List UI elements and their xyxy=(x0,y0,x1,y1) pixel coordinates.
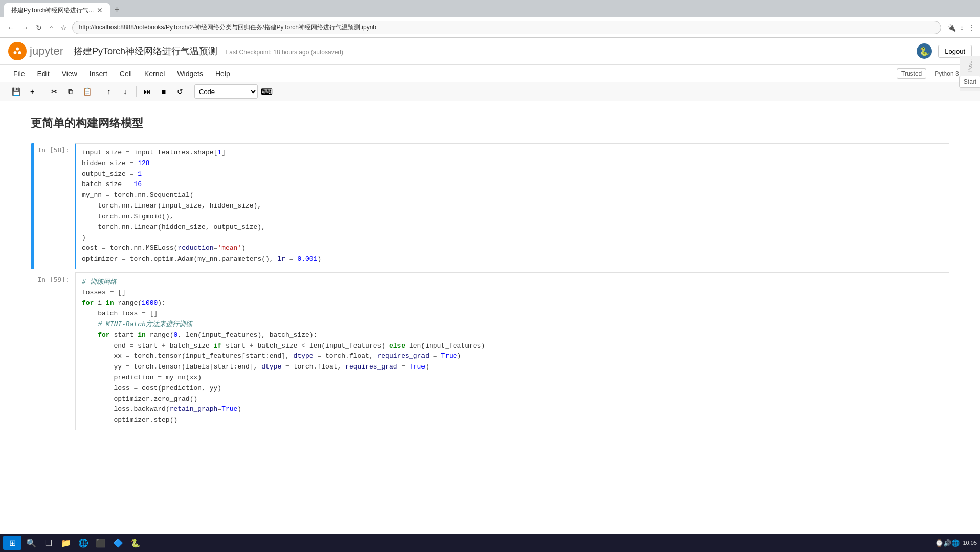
taskbar-file-explorer[interactable]: 📁 xyxy=(58,536,74,550)
keyboard-shortcuts-button[interactable]: ⌨ xyxy=(259,84,274,99)
paste-icon: 📋 xyxy=(83,87,92,96)
logout-button[interactable]: Logout xyxy=(938,45,972,58)
back-button[interactable]: ← xyxy=(5,21,16,34)
cell-2-number: In [59]: xyxy=(34,272,75,430)
nav-right: 🔌 ↕ ⋮ xyxy=(947,24,975,32)
restart-icon: ↺ xyxy=(177,87,183,96)
taskbar: ⊞ 🔍 ❑ 📁 🌐 ⬛ 🔷 🐍 ⌚🔊🌐 10:05 xyxy=(0,534,980,552)
jupyter-notebook: jupyter 搭建PyTorch神经网络进行气温预测 Last Checkpo… xyxy=(0,38,980,534)
menu-insert[interactable]: Insert xyxy=(84,67,113,80)
toolbar: 💾 + ✂ ⧉ 📋 ↑ ↓ ⏭ ■ ↺ xyxy=(0,82,980,101)
side-panel-label: Pos... xyxy=(967,59,973,73)
taskbar-vscode[interactable]: 🔷 xyxy=(110,536,126,550)
toolbar-separator-3 xyxy=(136,86,137,97)
notebook-content: 更简单的构建网络模型 In [58]: input_size = input_f… xyxy=(0,101,980,444)
section-heading: 更简单的构建网络模型 xyxy=(31,111,949,135)
add-icon: + xyxy=(30,87,34,96)
windows-icon: ⊞ xyxy=(9,538,16,548)
save-icon: 💾 xyxy=(12,87,20,96)
cut-icon: ✂ xyxy=(51,87,57,96)
home-button[interactable]: ⌂ xyxy=(47,21,55,34)
copy-icon: ⧉ xyxy=(68,87,73,96)
side-panel: Pos... Start xyxy=(960,56,980,91)
save-button[interactable]: 💾 xyxy=(8,84,24,99)
cell-2-wrapper: In [59]: # 训练网络 losses = [] for i in ran… xyxy=(31,272,949,430)
cell-2-code: # 训练网络 losses = [] for i in range(1000):… xyxy=(82,277,943,426)
notebook-checkpoint: Last Checkpoint: 18 hours ago (autosaved… xyxy=(226,49,343,56)
refresh-button[interactable]: ↻ xyxy=(34,21,44,34)
paste-button[interactable]: 📋 xyxy=(79,84,95,99)
tab-bar: 搭建PyTorch神经网络进行气... ✕ + xyxy=(0,0,980,17)
svg-point-2 xyxy=(14,51,17,54)
run-next-button[interactable]: ⏭ xyxy=(140,84,155,99)
toolbar-separator-2 xyxy=(98,86,98,97)
cell-1-number: In [58]: xyxy=(34,143,75,269)
system-tray-icons: ⌚🔊🌐 xyxy=(935,539,960,547)
forward-button[interactable]: → xyxy=(19,21,31,34)
menu-bar: File Edit View Insert Cell Kernel Widget… xyxy=(0,65,980,82)
menu-view[interactable]: View xyxy=(57,67,82,80)
copy-button[interactable]: ⧉ xyxy=(63,84,78,99)
taskbar-terminal[interactable]: ⬛ xyxy=(93,536,108,550)
menu-kernel[interactable]: Kernel xyxy=(139,67,170,80)
taskbar-browser[interactable]: 🌐 xyxy=(76,536,91,550)
cut-button[interactable]: ✂ xyxy=(47,84,62,99)
taskbar-time-display: 10:05 xyxy=(963,540,977,546)
toolbar-separator-1 xyxy=(43,86,43,97)
tab-title: 搭建PyTorch神经网络进行气... xyxy=(11,6,94,15)
taskbar-search[interactable]: 🔍 xyxy=(24,536,39,550)
cell-1-code: input_size = input_features.shape[1] hid… xyxy=(82,148,943,265)
active-tab[interactable]: 搭建PyTorch神经网络进行气... ✕ xyxy=(4,3,110,17)
tab-close-button[interactable]: ✕ xyxy=(97,6,103,14)
new-tab-button[interactable]: + xyxy=(110,3,124,17)
extensions-icon[interactable]: 🔌 xyxy=(947,24,956,32)
menu-help[interactable]: Help xyxy=(210,67,235,80)
stop-icon: ■ xyxy=(162,87,166,96)
jupyter-logo-icon xyxy=(8,42,27,60)
menu-edit[interactable]: Edit xyxy=(32,67,55,80)
up-arrow-icon: ↑ xyxy=(107,87,111,96)
taskbar-right: ⌚🔊🌐 10:05 xyxy=(935,539,977,547)
svg-point-3 xyxy=(18,51,21,54)
trusted-badge[interactable]: Trusted xyxy=(897,68,926,79)
menu-widgets[interactable]: Widgets xyxy=(172,67,208,80)
start-menu-button[interactable]: ⊞ xyxy=(3,536,21,550)
start-button[interactable]: Start xyxy=(959,76,980,88)
taskbar-task-view[interactable]: ❑ xyxy=(41,536,56,550)
skip-forward-icon: ⏭ xyxy=(144,87,151,96)
cell-1-wrapper: In [58]: input_size = input_features.sha… xyxy=(31,143,949,269)
taskbar-python[interactable]: 🐍 xyxy=(128,536,143,550)
menu-file[interactable]: File xyxy=(8,67,30,80)
menu-cell[interactable]: Cell xyxy=(115,67,137,80)
jupyter-logo-text: jupyter xyxy=(30,44,63,58)
svg-point-1 xyxy=(16,48,19,51)
jupyter-header: jupyter 搭建PyTorch神经网络进行气温预测 Last Checkpo… xyxy=(0,38,980,65)
nav-bar: ← → ↻ ⌂ ☆ 🔌 ↕ ⋮ xyxy=(0,17,980,38)
notebook-title[interactable]: 搭建PyTorch神经网络进行气温预测 xyxy=(74,46,217,56)
add-cell-button[interactable]: + xyxy=(25,84,40,99)
move-up-button[interactable]: ↑ xyxy=(101,84,117,99)
move-down-button[interactable]: ↓ xyxy=(118,84,133,99)
restart-button[interactable]: ↺ xyxy=(172,84,188,99)
cell-2-content[interactable]: # 训练网络 losses = [] for i in range(1000):… xyxy=(75,272,949,430)
address-bar[interactable] xyxy=(72,21,941,34)
cell-type-select[interactable]: Code Markdown Raw NBConvert xyxy=(194,84,258,99)
toolbar-separator-4 xyxy=(191,86,191,97)
menu-dots-icon[interactable]: ⋮ xyxy=(968,24,975,32)
cell-1-content[interactable]: input_size = input_features.shape[1] hid… xyxy=(75,143,949,269)
stop-button[interactable]: ■ xyxy=(156,84,171,99)
jupyter-logo: jupyter xyxy=(8,42,63,60)
taskbar-clock: 10:05 xyxy=(963,540,977,546)
sync-icon[interactable]: ↕ xyxy=(960,24,964,32)
down-arrow-icon: ↓ xyxy=(124,87,127,96)
bookmark-button[interactable]: ☆ xyxy=(58,21,69,34)
keyboard-icon: ⌨ xyxy=(261,87,273,97)
python-logo: 🐍 xyxy=(917,43,932,59)
